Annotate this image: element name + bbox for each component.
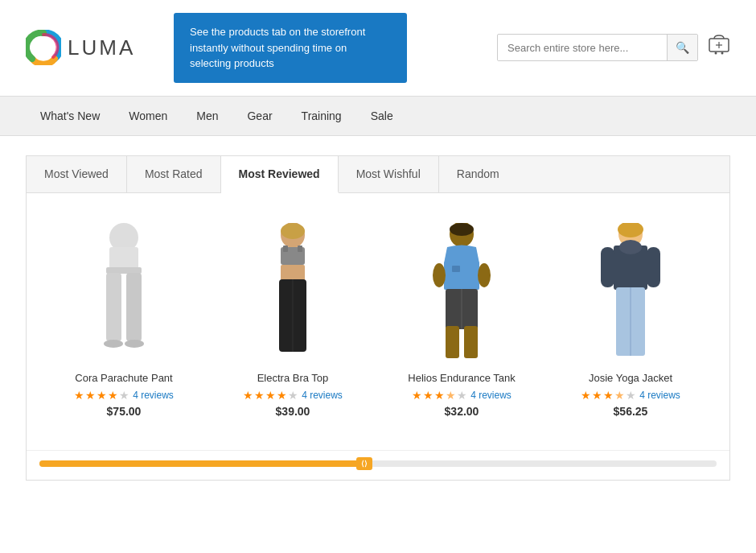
svg-point-25 <box>433 263 446 287</box>
star-4-5: ★ <box>626 389 636 402</box>
stars-row-4: ★ ★ ★ ★ ★ 4 reviews <box>559 389 702 402</box>
svg-rect-10 <box>126 273 142 341</box>
star-1-5: ★ <box>119 389 129 402</box>
product-image-area-2 <box>221 219 364 364</box>
nav-list: What's New Women Men Gear Training Sale <box>0 97 756 135</box>
tab-most-reviewed[interactable]: Most Reviewed <box>221 156 339 193</box>
stars-2: ★ ★ ★ ★ ★ <box>243 389 298 402</box>
products-grid: Cora Parachute Pant ★ ★ ★ ★ ★ 4 reviews … <box>27 193 729 450</box>
product-price-3: $32.00 <box>390 405 533 418</box>
nav-link-sale[interactable]: Sale <box>356 97 408 135</box>
nav-link-whats-new[interactable]: What's New <box>26 97 114 135</box>
star-4-4: ★ <box>614 389 625 402</box>
search-input[interactable] <box>498 35 667 60</box>
main-content: Most Viewed Most Rated Most Reviewed Mos… <box>0 136 756 500</box>
stars-row-1: ★ ★ ★ ★ ★ 4 reviews <box>52 389 195 402</box>
product-card-3[interactable]: Helios Endurance Tank ★ ★ ★ ★ ★ 4 review… <box>377 213 546 431</box>
header: LUMA See the products tab on the storefr… <box>0 0 756 96</box>
tab-most-rated[interactable]: Most Rated <box>127 156 221 192</box>
svg-rect-8 <box>106 267 142 274</box>
star-1-2: ★ <box>85 389 96 402</box>
product-price-4: $56.25 <box>559 405 702 418</box>
star-3-3: ★ <box>434 389 445 402</box>
header-right: 🔍 <box>497 34 730 61</box>
star-1-1: ★ <box>74 389 84 402</box>
nav-bar: What's New Women Men Gear Training Sale <box>0 96 756 136</box>
tab-random[interactable]: Random <box>439 156 517 192</box>
star-2-4: ★ <box>277 389 287 402</box>
search-button[interactable]: 🔍 <box>667 35 697 60</box>
svg-rect-23 <box>444 262 479 290</box>
star-1-4: ★ <box>108 389 118 402</box>
svg-rect-18 <box>281 265 305 281</box>
svg-rect-17 <box>298 246 302 252</box>
nav-item-women[interactable]: Women <box>114 97 182 135</box>
tab-most-wishful[interactable]: Most Wishful <box>339 156 439 192</box>
reviews-count-3[interactable]: 4 reviews <box>470 390 512 401</box>
nav-item-gear[interactable]: Gear <box>232 97 286 135</box>
promo-banner: See the products tab on the storefront i… <box>174 13 407 83</box>
product-card-2[interactable]: Electra Bra Top ★ ★ ★ ★ ★ 4 reviews $39.… <box>208 213 377 431</box>
nav-item-sale[interactable]: Sale <box>356 97 408 135</box>
nav-link-men[interactable]: Men <box>182 97 232 135</box>
svg-point-14 <box>281 223 305 239</box>
stars-row-3: ★ ★ ★ ★ ★ 4 reviews <box>390 389 533 402</box>
logo-area: LUMA <box>26 30 154 65</box>
tabs-container: Most Viewed Most Rated Most Reviewed Mos… <box>26 155 730 481</box>
svg-rect-30 <box>464 326 478 358</box>
nav-link-training[interactable]: Training <box>287 97 356 135</box>
nav-item-men[interactable]: Men <box>182 97 232 135</box>
star-3-1: ★ <box>412 389 422 402</box>
svg-rect-36 <box>647 247 660 287</box>
svg-rect-29 <box>446 326 459 358</box>
product-image-3 <box>421 223 502 364</box>
svg-point-11 <box>104 340 123 348</box>
product-image-2 <box>253 223 333 364</box>
cart-button[interactable] <box>708 34 730 61</box>
luma-logo-icon <box>26 30 61 65</box>
scroll-track <box>39 460 717 467</box>
nav-link-women[interactable]: Women <box>114 97 182 135</box>
reviews-count-4[interactable]: 4 reviews <box>639 390 680 401</box>
nav-item-training[interactable]: Training <box>287 97 356 135</box>
product-price-2: $39.00 <box>221 405 364 418</box>
product-name-4: Josie Yoga Jacket <box>559 372 702 384</box>
product-name-3: Helios Endurance Tank <box>390 372 533 384</box>
tabs-header: Most Viewed Most Rated Most Reviewed Mos… <box>27 156 729 193</box>
tab-most-viewed[interactable]: Most Viewed <box>27 156 127 192</box>
logo-text: LUMA <box>68 35 135 60</box>
product-card-4[interactable]: Josie Yoga Jacket ★ ★ ★ ★ ★ 4 reviews $5… <box>546 213 715 431</box>
svg-point-22 <box>450 223 474 236</box>
nav-link-gear[interactable]: Gear <box>232 97 286 135</box>
product-card-5[interactable] <box>715 213 729 431</box>
svg-point-34 <box>619 240 642 254</box>
svg-point-26 <box>478 263 491 287</box>
star-2-1: ★ <box>243 389 253 402</box>
svg-rect-24 <box>452 266 460 272</box>
stars-row-2: ★ ★ ★ ★ ★ 4 reviews <box>221 389 364 402</box>
svg-point-12 <box>125 340 144 348</box>
product-name-1: Cora Parachute Pant <box>52 372 195 384</box>
star-4-2: ★ <box>592 389 602 402</box>
product-image-area-1 <box>52 219 195 364</box>
product-image-area-4 <box>559 219 702 364</box>
star-2-2: ★ <box>254 389 265 402</box>
star-3-5: ★ <box>457 389 467 402</box>
product-card-1[interactable]: Cora Parachute Pant ★ ★ ★ ★ ★ 4 reviews … <box>39 213 208 431</box>
product-name-2: Electra Bra Top <box>221 372 364 384</box>
star-1-3: ★ <box>97 389 107 402</box>
product-image-area-3 <box>390 219 533 364</box>
star-2-5: ★ <box>288 389 298 402</box>
scroll-thumb <box>39 460 364 467</box>
nav-item-whats-new[interactable]: What's New <box>26 97 114 135</box>
star-3-4: ★ <box>446 389 456 402</box>
svg-rect-35 <box>601 247 614 287</box>
reviews-count-1[interactable]: 4 reviews <box>133 390 174 401</box>
star-4-3: ★ <box>603 389 614 402</box>
search-icon: 🔍 <box>676 41 689 54</box>
product-image-4 <box>590 223 671 364</box>
scroll-handle[interactable] <box>356 457 372 470</box>
cart-icon <box>708 34 730 56</box>
svg-rect-16 <box>283 246 288 252</box>
reviews-count-2[interactable]: 4 reviews <box>302 390 343 401</box>
